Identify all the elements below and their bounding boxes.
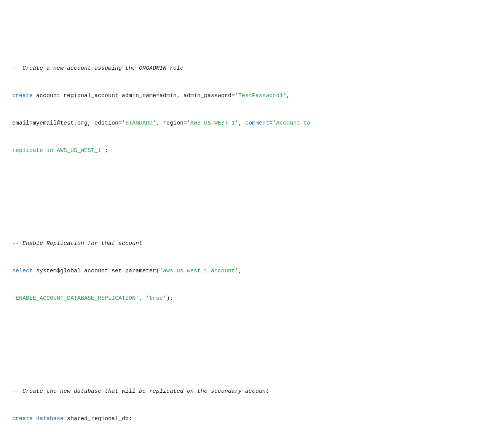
string-region: 'AWS_US_WEST_1': [187, 120, 238, 126]
code-block: -- Create a new account assuming the ORG…: [12, 9, 492, 435]
line-create-2: email=myemail@test.org, edition='STANDAR…: [12, 119, 492, 128]
comment-create-database: -- Create the new database that will be …: [12, 387, 492, 396]
keyword-select: select: [12, 268, 33, 274]
string-enable-param: 'ENABLE_ACCOUNT_DATABASE_REPLICATION': [12, 295, 139, 302]
string-edition: 'STANDARD': [122, 120, 156, 126]
string-password: 'TestPassword1': [235, 93, 286, 99]
comment-create-account: -- Create a new account assuming the ORG…: [12, 64, 492, 73]
normal-email: email=myemail@test.org, edition=: [12, 120, 122, 126]
comment-enable-replication: -- Enable Replication for that account: [12, 239, 492, 248]
string-comment-end: replicate in AWS_US_WEST_1': [12, 147, 105, 154]
line-create-1: create account regional_account admin_na…: [12, 91, 492, 101]
keyword-database: database: [36, 416, 64, 422]
keyword-comment: comment: [245, 120, 269, 126]
line-create-db: create database shared_regional_db;: [12, 414, 492, 424]
section-create-account: -- Create a new account assuming the ORG…: [12, 46, 492, 174]
string-account-param: 'aws_us_west_1_account': [159, 268, 238, 274]
normal-text: account regional_account admin_name=admi…: [33, 93, 235, 99]
section-create-database: -- Create the new database that will be …: [12, 369, 492, 435]
section-enable-replication: -- Enable Replication for that account s…: [12, 221, 492, 321]
line-select-2: 'ENABLE_ACCOUNT_DATABASE_REPLICATION', '…: [12, 294, 492, 303]
string-true: 'true': [146, 295, 166, 302]
line-create-3: replicate in AWS_US_WEST_1';: [12, 146, 492, 155]
keyword-create: create: [12, 93, 33, 99]
string-comment-start: 'Account to: [273, 120, 310, 126]
keyword-create-db: create: [12, 416, 33, 422]
line-select-1: select system$global_account_set_paramet…: [12, 267, 492, 276]
